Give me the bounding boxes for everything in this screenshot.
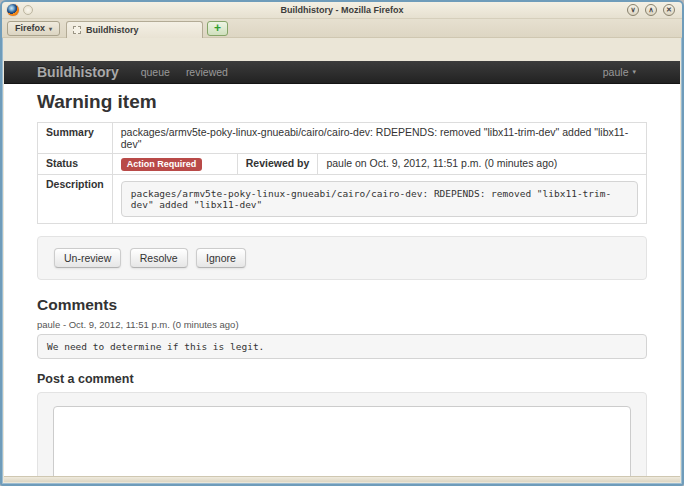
status-badge: Action Required: [121, 158, 203, 171]
user-menu-label: paule: [603, 66, 629, 78]
comment-item: paule - Oct. 9, 2012, 11:51 p.m. (0 minu…: [37, 319, 647, 359]
minimize-icon[interactable]: ∨: [627, 4, 639, 16]
post-comment-heading: Post a comment: [37, 372, 647, 386]
comments-heading: Comments: [37, 296, 647, 314]
description-code: packages/armv5te-poky-linux-gnueabi/cair…: [121, 181, 638, 217]
table-row-description: Description packages/armv5te-poky-linux-…: [38, 175, 647, 224]
tab-favicon-placeholder-icon: [73, 26, 81, 34]
browser-window: Buildhistory - Mozilla Firefox ∨ ∧ ✕ Fir…: [0, 0, 684, 486]
brand-link[interactable]: Buildhistory: [37, 64, 119, 80]
page-content: Warning item Summary packages/armv5te-po…: [4, 84, 680, 476]
close-icon[interactable]: ✕: [663, 4, 675, 16]
page-viewport: Buildhistory queue reviewed paule ▾ Warn…: [4, 61, 680, 476]
comment-meta: paule - Oct. 9, 2012, 11:51 p.m. (0 minu…: [37, 319, 647, 330]
nav-link-reviewed[interactable]: reviewed: [186, 66, 228, 78]
maximize-icon[interactable]: ∧: [645, 4, 657, 16]
description-cell: packages/armv5te-poky-linux-gnueabi/cair…: [112, 175, 646, 224]
tab-buildhistory[interactable]: Buildhistory: [66, 21, 203, 38]
status-cell: Action Required: [112, 154, 237, 175]
titlebar[interactable]: Buildhistory - Mozilla Firefox ∨ ∧ ✕: [2, 2, 682, 19]
user-menu[interactable]: paule ▾: [603, 66, 636, 78]
comment-body: We need to determine if this is legit.: [37, 334, 647, 359]
warning-detail-table: Summary packages/armv5te-poky-linux-gnue…: [37, 122, 647, 224]
tab-title: Buildhistory: [86, 25, 139, 35]
firefox-menu-button[interactable]: Firefox ▾: [7, 21, 60, 36]
new-tab-button[interactable]: +: [207, 21, 228, 36]
table-row-summary: Summary packages/armv5te-poky-linux-gnue…: [38, 123, 647, 154]
chevron-down-icon: ▾: [49, 25, 52, 32]
nav-link-queue[interactable]: queue: [141, 66, 170, 78]
ignore-button[interactable]: Ignore: [196, 248, 246, 268]
post-comment-form: Post: [37, 392, 647, 476]
titlebar-dot-button[interactable]: [23, 5, 33, 15]
status-label: Status: [38, 154, 113, 175]
description-label: Description: [38, 175, 113, 224]
site-navbar: Buildhistory queue reviewed paule ▾: [4, 61, 680, 84]
comment-input[interactable]: [53, 406, 631, 476]
summary-value: packages/armv5te-poky-linux-gnueabi/cair…: [112, 123, 646, 154]
page-title: Warning item: [37, 91, 647, 113]
review-actions: Un-review Resolve Ignore: [37, 236, 647, 280]
summary-label: Summary: [38, 123, 113, 154]
reviewed-by-value: paule on Oct. 9, 2012, 11:51 p.m. (0 min…: [318, 154, 647, 175]
firefox-menu-label: Firefox: [15, 23, 45, 33]
unreview-button[interactable]: Un-review: [54, 248, 121, 268]
firefox-icon: [7, 4, 19, 16]
chevron-down-icon: ▾: [632, 68, 636, 76]
tab-bar: Firefox ▾ Buildhistory +: [2, 19, 682, 38]
reviewed-by-label: Reviewed by: [237, 154, 318, 175]
table-row-status: Status Action Required Reviewed by paule…: [38, 154, 647, 175]
window-title: Buildhistory - Mozilla Firefox: [2, 5, 682, 15]
window-bottom-edge: [4, 476, 680, 482]
resolve-button[interactable]: Resolve: [130, 248, 188, 268]
